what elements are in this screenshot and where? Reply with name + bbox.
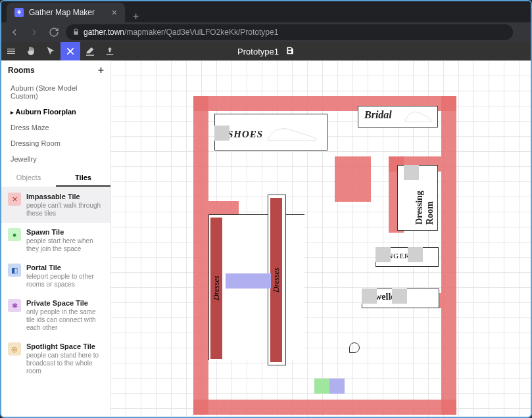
tab-objects[interactable]: Objects [1,170,56,187]
spawn-tile [314,379,329,394]
menu-button[interactable] [1,42,21,60]
stamp-tool[interactable] [60,42,80,60]
section-shoes: SHOES [228,129,263,140]
tile-title: Spawn Tile [26,228,104,236]
spawn-tile [241,273,256,289]
section-dresses-2: Dresses [270,198,282,362]
map-canvas[interactable]: SHOES Bridal Dressing Room LINGERIE Jew [110,60,531,417]
tile-option-spawn[interactable]: ●Spawn Tilepeople start here when they j… [1,223,110,258]
tile-title: Private Space Tile [26,299,104,307]
impassable-tile-icon: ✕ [8,193,21,206]
hand-tool[interactable] [21,42,41,60]
sidebar: Rooms + Auburn (Store Model Custom)Aubur… [1,60,110,417]
spawn-tile-icon: ● [8,228,21,241]
portal-tile-icon: ◧ [8,264,21,277]
section-bridal: Bridal [364,109,392,121]
lock-icon [72,26,80,38]
tile-title: Impassable Tile [26,193,104,200]
browser-address-bar: gather.town/mapmaker/Qad3eVulLFO2keKk/Pr… [1,22,531,42]
section-dressing-room: Dressing Room [414,174,435,225]
browser-tab[interactable]: ⚘ Gather Map Maker × [7,3,125,22]
sidebar-room-item[interactable]: Dressing Room [1,135,110,151]
browser-tab-strip: ⚘ Gather Map Maker × + [1,1,531,22]
tile-option-spotlight[interactable]: ◎Spotlight Space Tilepeople can stand he… [1,337,110,381]
tab-tiles[interactable]: Tiles [56,170,110,187]
close-icon[interactable]: × [112,7,117,18]
sidebar-room-item[interactable]: Jewellry [1,151,110,167]
reload-button[interactable] [46,24,62,40]
back-button[interactable] [7,24,22,40]
sidebar-room-item[interactable]: Dress Maze [1,120,110,135]
floorplan: SHOES Bridal Dressing Room LINGERIE Jew [193,96,456,415]
sidebar-room-item[interactable]: Auburn Floorplan [1,104,110,120]
spotlight-tile-icon: ◎ [8,342,21,356]
select-tool[interactable] [41,42,60,60]
tab-favicon: ⚘ [14,8,24,17]
spawn-tile [256,273,271,289]
section-dresses-1: Dresses [210,218,222,359]
url-input[interactable]: gather.town/mapmaker/Qad3eVulLFO2keKk/Pr… [66,24,513,40]
tile-desc: people can't walk through these tiles [26,202,104,218]
tile-desc: people start here when they join the spa… [26,237,104,253]
tile-option-impassable[interactable]: ✕Impassable Tilepeople can't walk throug… [1,187,110,223]
private-tile-icon: ✱ [8,299,21,312]
tile-desc: teleport people to other rooms or spaces [26,273,104,289]
eraser-tool[interactable] [80,42,100,60]
tile-option-private[interactable]: ✱Private Space Tileonly people in the sa… [1,294,110,337]
new-tab-button[interactable]: + [125,11,147,22]
forward-button[interactable] [26,24,42,40]
document-title: Prototype1 [237,46,295,57]
url-text: gather.town/mapmaker/Qad3eVulLFO2keKk/Pr… [84,28,278,37]
tile-desc: only people in the same tile ids can con… [26,308,104,332]
save-icon[interactable] [285,46,295,57]
spawn-tile [329,379,345,394]
app-toolbar: Prototype1 [1,42,531,60]
tile-desc: people can stand here to broadcast to th… [26,352,104,375]
tile-title: Portal Tile [26,264,104,271]
upload-tool[interactable] [100,42,120,60]
spawn-tile [226,273,241,289]
sidebar-room-item[interactable]: Auburn (Store Model Custom) [1,80,110,104]
tile-title: Spotlight Space Tile [26,342,104,350]
rooms-header: Rooms [8,66,35,75]
tile-option-portal[interactable]: ◧Portal Tileteleport people to other roo… [1,258,110,294]
add-room-button[interactable]: + [98,64,104,76]
tab-title: Gather Map Maker [29,8,107,17]
